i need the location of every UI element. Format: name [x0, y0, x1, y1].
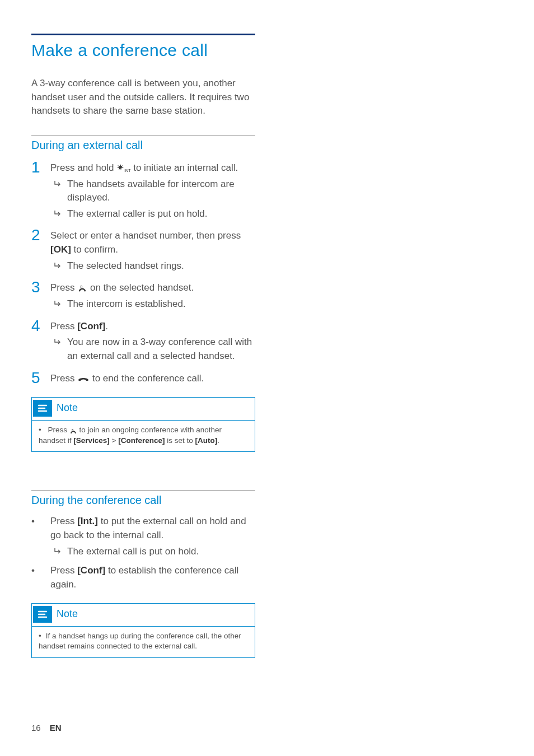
note-text: If a handset hangs up during the confere…	[39, 632, 241, 651]
sub-result: The selected handset rings.	[50, 259, 255, 273]
item-text: Press	[50, 565, 77, 576]
step-text: to confirm.	[71, 244, 118, 255]
sub-result: The handsets available for intercom are …	[50, 178, 255, 205]
conf-label: [Conf]	[77, 565, 105, 576]
bullet-icon: •	[31, 515, 39, 558]
step-text: Press	[50, 321, 77, 332]
bullet-icon: •	[31, 564, 39, 591]
section-title: During the conference call	[31, 494, 255, 507]
item-text: Press	[50, 516, 77, 526]
step: 1 Press and hold INT to initiate an inte…	[31, 160, 255, 221]
step-number: 3	[31, 279, 43, 295]
result-arrow-icon	[54, 179, 62, 188]
conf-label: [Conf]	[77, 321, 105, 332]
result-arrow-icon	[54, 337, 62, 346]
sub-result: The external call is put on hold.	[50, 545, 255, 559]
step-text: to initiate an internal call.	[133, 162, 238, 173]
result-arrow-icon	[54, 547, 62, 556]
step: 4 Press [Conf]. You are now in a 3-way c…	[31, 318, 255, 363]
step-text: to end the conference call.	[92, 373, 204, 384]
list-item: • Press [Int.] to put the external call …	[31, 515, 255, 558]
note-icon	[37, 403, 48, 413]
section-rule	[31, 135, 255, 136]
step-body: Press and hold INT to initiate an intern…	[50, 160, 255, 221]
sub-text: You are now in a 3-way conference call w…	[67, 335, 255, 363]
hangup-icon	[77, 372, 90, 380]
sub-text: The selected handset rings.	[67, 259, 255, 273]
result-arrow-icon	[54, 209, 62, 218]
step: 5 Press to end the conference call.	[31, 370, 255, 386]
services-label: [Services]	[73, 436, 110, 445]
note-body: If a handset hangs up during the confere…	[32, 627, 255, 658]
sub-result: You are now in a 3-way conference call w…	[50, 335, 255, 363]
note-text: is set to	[165, 436, 195, 445]
step-number: 5	[31, 370, 43, 386]
step-number: 1	[31, 160, 43, 175]
note-header: Note	[32, 398, 255, 421]
list-item: • Press [Conf] to establish the conferen…	[31, 564, 255, 591]
sub-result: The intercom is established.	[50, 297, 255, 311]
page-footer: 16 EN	[31, 723, 62, 732]
note-icon	[37, 609, 48, 619]
note-body: Press R to join an ongoing conference wi…	[32, 421, 255, 452]
page: Make a conference call A 3-way conferenc…	[0, 0, 534, 756]
svg-text:R: R	[81, 285, 83, 288]
heading-rule	[31, 34, 255, 35]
int-label: [Int.]	[77, 516, 98, 526]
note-label: Note	[57, 608, 78, 620]
ok-label: [OK]	[50, 244, 71, 255]
step-text: Press	[50, 282, 77, 293]
content-column: Make a conference call A 3-way conferenc…	[31, 34, 255, 658]
language-code: EN	[50, 723, 62, 732]
note-box: Note Press R to join an ongoing conferen…	[31, 397, 255, 452]
step-text: Press and hold	[50, 162, 116, 173]
svg-text:R: R	[72, 428, 73, 431]
step-body: Press [Conf]. You are now in a 3-way con…	[50, 318, 255, 363]
step-text: on the selected handset.	[90, 282, 194, 293]
step: 3 Press R on the selected handset. The i…	[31, 279, 255, 311]
sub-text: The external call is put on hold.	[67, 545, 255, 559]
step-text: .	[105, 321, 108, 332]
step-number: 4	[31, 318, 43, 334]
page-title: Make a conference call	[31, 41, 255, 60]
step-text: Select or enter a handset number, then p…	[50, 230, 241, 241]
result-arrow-icon	[54, 299, 62, 308]
section-rule	[31, 490, 255, 491]
conference-label: [Conference]	[118, 436, 165, 445]
asterisk-int-icon	[116, 162, 124, 170]
step-body: Select or enter a handset number, then p…	[50, 227, 255, 273]
note-header: Note	[32, 604, 255, 627]
sub-text: The handsets available for intercom are …	[67, 178, 255, 205]
sub-text: The intercom is established.	[67, 297, 255, 311]
result-arrow-icon	[54, 261, 62, 270]
section-title: During an external call	[31, 139, 255, 152]
note-box: Note If a handset hangs up during the co…	[31, 603, 255, 659]
note-text: >	[110, 436, 118, 445]
intro-text: A 3-way conference call is between you, …	[31, 77, 255, 118]
note-badge	[33, 400, 52, 417]
page-number: 16	[31, 723, 41, 732]
sub-result: The external caller is put on hold.	[50, 207, 255, 221]
step-body: Press to end the conference call.	[50, 370, 255, 386]
step-number: 2	[31, 227, 43, 243]
answer-r-icon: R	[77, 282, 87, 290]
answer-r-icon: R	[69, 427, 77, 433]
step-text: Press	[50, 373, 77, 384]
step: 2 Select or enter a handset number, then…	[31, 227, 255, 273]
auto-label: [Auto]	[195, 436, 218, 445]
bullet-list: • Press [Int.] to put the external call …	[31, 515, 255, 591]
step-body: Press R on the selected handset. The int…	[50, 279, 255, 311]
note-text: Press	[48, 426, 69, 434]
note-label: Note	[57, 402, 78, 414]
sub-text: The external caller is put on hold.	[67, 207, 255, 221]
note-text: .	[217, 436, 219, 445]
note-badge	[33, 606, 52, 623]
